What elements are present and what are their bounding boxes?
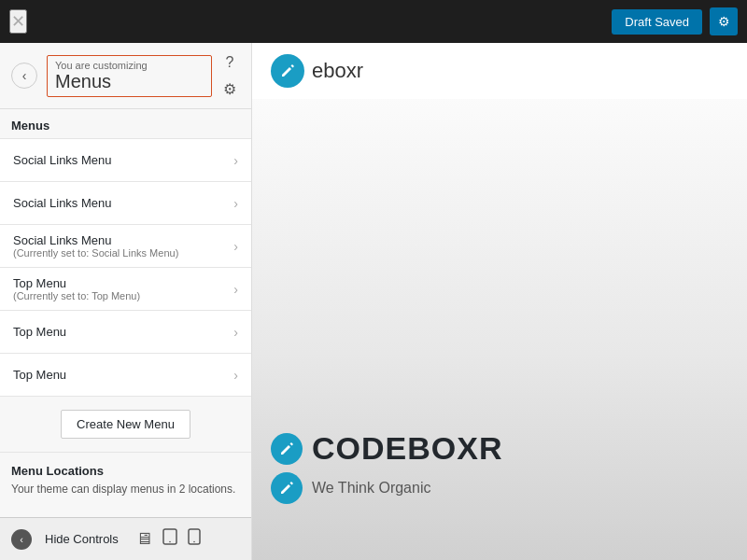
menu-item-title-3: Top Menu [13,276,226,290]
customizing-label: You are customizing [55,60,204,71]
svg-point-1 [169,541,171,543]
tablet-view-button[interactable] [162,528,178,550]
create-menu-button[interactable]: Create New Menu [61,410,190,439]
brand-row: CODEBOXR [271,430,502,467]
menu-item-top-menu-1[interactable]: Top Menu (Currently set to: Top Menu) › [0,267,251,310]
menu-item-text-1: Social Links Menu [13,196,226,210]
menu-locations-text: Your theme can display menus in 2 locati… [11,482,240,497]
preview-content: CODEBOXR We Think Organic [271,430,502,504]
draft-saved-button[interactable]: Draft Saved [612,9,702,35]
hide-controls-button[interactable]: Hide Controls [45,532,119,546]
menus-section-label: Menus [0,109,251,138]
create-menu-wrapper: Create New Menu [0,396,251,452]
menu-item-social-links-1[interactable]: Social Links Menu › [0,138,251,181]
menu-locations-title: Menu Locations [11,464,240,478]
menu-item-title-0: Social Links Menu [13,153,226,167]
bottom-bar: ‹ Hide Controls 🖥 [0,517,251,560]
menu-item-title-1: Social Links Menu [13,196,226,210]
menu-items-list: Social Links Menu › Social Links Menu › … [0,138,251,396]
topbar-gear-button[interactable]: ⚙ [710,7,738,35]
main-layout: ‹ You are customizing Menus ? ⚙ Menus So… [0,43,747,560]
back-button[interactable]: ‹ [11,63,37,89]
menu-item-top-menu-3[interactable]: Top Menu › [0,353,251,396]
close-button[interactable]: ✕ [9,9,27,34]
arrow-icon-label: ‹ [20,534,23,545]
sidebar-content: Menus Social Links Menu › Social Links M… [0,109,251,517]
view-buttons: 🖥 [135,528,201,550]
menu-item-top-menu-2[interactable]: Top Menu › [0,310,251,353]
preview-site-name: eboxr [312,59,363,83]
preview-logo-icon [271,54,304,88]
chevron-right-icon-1: › [233,196,238,211]
chevron-right-icon-0: › [233,153,238,168]
chevron-right-icon-2: › [233,239,238,254]
desktop-view-button[interactable]: 🖥 [135,528,152,550]
menu-item-text-5: Top Menu [13,368,226,382]
hide-controls-label: Hide Controls [45,532,119,546]
svg-point-3 [193,541,195,543]
menus-title: Menus [55,71,204,92]
sidebar-header: ‹ You are customizing Menus ? ⚙ [0,43,251,109]
menu-item-title-2: Social Links Menu [13,233,226,247]
menu-item-text-0: Social Links Menu [13,153,226,167]
sidebar: ‹ You are customizing Menus ? ⚙ Menus So… [0,43,252,560]
chevron-right-icon-4: › [233,325,238,340]
brand-logo-icon [271,433,303,465]
menu-item-text-4: Top Menu [13,325,226,339]
sidebar-header-actions: ? ⚙ [219,52,240,99]
menu-item-subtitle-3: (Currently set to: Top Menu) [13,290,226,301]
menu-item-title-5: Top Menu [13,368,226,382]
menu-item-text-3: Top Menu (Currently set to: Top Menu) [13,276,226,301]
menu-locations-section: Menu Locations Your theme can display me… [0,452,251,509]
menu-item-social-links-3[interactable]: Social Links Menu (Currently set to: Soc… [0,224,251,267]
sidebar-scrollable: Menus Social Links Menu › Social Links M… [0,109,251,517]
chevron-right-icon-3: › [233,282,238,297]
menu-item-title-4: Top Menu [13,325,226,339]
brand-tagline-row: We Think Organic [271,472,502,504]
brand-tagline-icon [271,472,303,504]
menu-item-text-2: Social Links Menu (Currently set to: Soc… [13,233,226,259]
brand-tagline: We Think Organic [312,480,430,497]
chevron-right-icon-5: › [233,368,238,383]
customizing-block: You are customizing Menus [47,55,212,97]
brand-name: CODEBOXR [312,430,502,467]
top-bar: ✕ Draft Saved ⚙ [0,0,747,43]
settings-button[interactable]: ⚙ [219,78,240,99]
help-button[interactable]: ? [219,52,240,73]
preview-header: eboxr [252,43,747,99]
menu-item-subtitle-2: (Currently set to: Social Links Menu) [13,247,226,259]
hide-controls-arrow-icon: ‹ [11,529,32,550]
mobile-view-button[interactable] [188,528,201,550]
preview-area: eboxr CODEBOXR We Think Organic [252,43,747,560]
menu-item-social-links-2[interactable]: Social Links Menu › [0,181,251,224]
